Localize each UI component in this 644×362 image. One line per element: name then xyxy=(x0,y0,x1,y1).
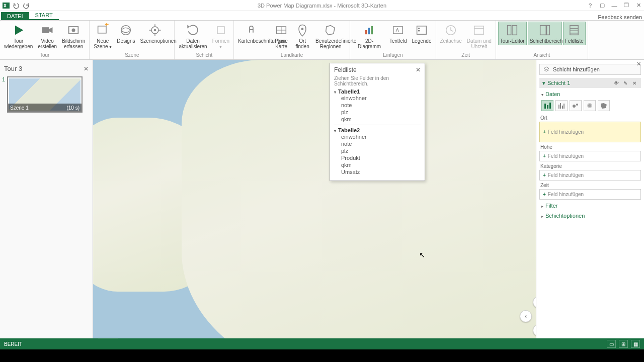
hoehe-label: Höhe xyxy=(540,144,641,150)
layer-delete-button[interactable]: ✕ xyxy=(631,79,638,86)
layer-name: Schicht 1 xyxy=(547,80,570,86)
find-location-button[interactable]: Ortfinden xyxy=(292,22,312,51)
svg-rect-32 xyxy=(564,104,565,109)
svg-rect-21 xyxy=(508,26,511,35)
field-item[interactable]: einwohner xyxy=(334,95,421,102)
svg-rect-8 xyxy=(217,27,224,34)
add-layer-button[interactable]: Schicht hinzufügen xyxy=(539,64,641,75)
layer-rename-button[interactable]: ✎ xyxy=(622,79,629,86)
flat-map-button[interactable]: PlaneKarte xyxy=(271,22,291,51)
layer-visibility-button[interactable]: 👁 xyxy=(613,79,620,86)
rotate-left-button[interactable]: ‹ xyxy=(520,310,532,322)
minimize-button[interactable]: — xyxy=(611,2,618,9)
field-item[interactable]: Umsatz xyxy=(334,168,421,175)
screenshot-button[interactable]: Bildschirmerfassen xyxy=(60,22,87,51)
status-view-3[interactable]: ▦ xyxy=(631,340,640,348)
filter-section-header[interactable]: Filter xyxy=(539,202,641,210)
table-header[interactable]: Tabelle2 xyxy=(334,127,421,133)
title-bar: 3D Power Map Diagramm.xlsx - Microsoft 3… xyxy=(0,0,644,11)
layer-options-section-header[interactable]: Schichtoptionen xyxy=(539,212,641,220)
feedback-link[interactable]: Feedback senden xyxy=(598,14,642,20)
field-list-title: Feldliste xyxy=(334,66,357,73)
scene-options-button[interactable]: Szenenoptionen xyxy=(138,22,172,45)
field-item[interactable]: qkm xyxy=(334,116,421,123)
svg-rect-18 xyxy=(418,30,420,31)
map-canvas[interactable]: ▶ bing © 2020 TomTom © 2020 HERE ↖ ⌃ ‹ ›… xyxy=(93,60,536,349)
field-item[interactable]: plz xyxy=(334,109,421,116)
scene-duration: (10 s) xyxy=(66,105,79,111)
viz-bubble[interactable] xyxy=(570,100,582,111)
svg-rect-28 xyxy=(549,103,551,109)
layers-icon xyxy=(543,66,550,72)
ort-dropzone[interactable]: +Feld hinzufügen xyxy=(539,122,641,142)
field-item[interactable]: einwohner xyxy=(334,133,421,140)
close-tour-panel[interactable]: ✕ xyxy=(84,65,89,72)
create-video-button[interactable]: Videoerstellen xyxy=(36,22,59,51)
redo-button[interactable] xyxy=(22,2,30,10)
close-button[interactable]: ✕ xyxy=(635,2,642,9)
field-item[interactable]: plz xyxy=(334,147,421,154)
designs-button[interactable]: Designs xyxy=(115,22,137,45)
layer-pane-button[interactable]: Schichtbereich xyxy=(528,22,562,45)
chevron-down-icon: ▾ xyxy=(542,80,545,86)
layer-panel: ✕ Schicht hinzufügen ▾ Schicht 1 👁 ✎ ✕ D… xyxy=(536,60,644,349)
tab-file[interactable]: DATEI xyxy=(1,12,29,20)
status-ready: BEREIT xyxy=(4,341,22,347)
group-label-map: Landkarte xyxy=(236,52,348,59)
close-layer-panel[interactable]: ✕ xyxy=(636,61,641,67)
data-section-header[interactable]: Daten xyxy=(539,90,641,98)
datetime-button: Datum undUhrzeit xyxy=(465,22,494,51)
group-label-scene: Szene xyxy=(92,52,172,59)
kategorie-dropzone[interactable]: +Feld hinzufügen xyxy=(539,170,641,180)
viz-clustered-column[interactable] xyxy=(555,100,568,111)
field-item[interactable]: note xyxy=(334,140,421,147)
field-item[interactable]: note xyxy=(334,102,421,109)
svg-rect-31 xyxy=(562,106,563,109)
zeit-label: Zeit xyxy=(540,183,641,188)
map-labels-button[interactable]: Kartenbeschriftungen xyxy=(236,22,270,45)
timeline-button: Zeitachse xyxy=(438,22,464,45)
field-item[interactable]: qkm xyxy=(334,161,421,168)
ribbon: Tourwiedergeben Videoerstellen Bildschir… xyxy=(0,21,644,60)
svg-rect-26 xyxy=(544,104,546,109)
field-list-popup: Feldliste ✕ Ziehen Sie Felder in den Sch… xyxy=(330,63,425,181)
collapse-ribbon-button[interactable]: ▢ xyxy=(599,2,606,9)
field-list-button[interactable]: Feldliste xyxy=(563,22,586,45)
zeit-dropzone[interactable]: +Feld hinzufügen xyxy=(539,189,641,200)
new-scene-button[interactable]: NeueSzene ▾ xyxy=(92,22,114,51)
legend-button[interactable]: Legende xyxy=(410,22,434,45)
svg-point-33 xyxy=(573,105,576,108)
hoehe-dropzone[interactable]: +Feld hinzufügen xyxy=(539,151,641,161)
group-label-insert: Einfügen xyxy=(352,52,433,59)
svg-rect-29 xyxy=(558,105,559,109)
maximize-button[interactable]: ❐ xyxy=(623,2,630,9)
excel-icon xyxy=(2,2,10,10)
undo-button[interactable] xyxy=(12,2,20,10)
tab-start[interactable]: START xyxy=(29,11,59,20)
viz-stacked-column[interactable] xyxy=(541,100,553,111)
table-header[interactable]: Tabelle1 xyxy=(334,88,421,95)
layer-header[interactable]: ▾ Schicht 1 👁 ✎ ✕ xyxy=(539,78,641,88)
status-view-2[interactable]: ⊞ xyxy=(619,340,628,348)
ort-label: Ort xyxy=(540,115,641,121)
svg-point-10 xyxy=(301,28,304,30)
svg-rect-30 xyxy=(560,103,561,109)
tour-editor-button[interactable]: Tour-Editor xyxy=(498,22,527,45)
svg-rect-0 xyxy=(3,3,10,9)
refresh-data-button[interactable]: Datenaktualisieren xyxy=(177,22,209,51)
status-view-1[interactable]: ▭ xyxy=(607,340,616,348)
textbox-button[interactable]: ATextfeld xyxy=(387,22,409,45)
custom-regions-button[interactable]: BenutzerdefinierteRegionen xyxy=(313,22,348,51)
2d-chart-button[interactable]: 2D-Diagramm xyxy=(352,22,386,51)
viz-heatmap[interactable] xyxy=(584,100,596,111)
tour-panel: Tour 3 ✕ 1 Szene 1 (10 s) xyxy=(0,60,93,349)
play-tour-button[interactable]: Tourwiedergeben xyxy=(2,22,35,51)
svg-rect-20 xyxy=(474,26,484,34)
field-list-subtitle: Ziehen Sie Felder in den Schichtbereich. xyxy=(334,75,421,86)
close-field-list[interactable]: ✕ xyxy=(416,66,421,73)
viz-region[interactable] xyxy=(598,100,610,111)
shapes-button: Formen▾ xyxy=(210,22,231,51)
help-button[interactable]: ? xyxy=(587,2,594,9)
field-item[interactable]: Produkt xyxy=(334,154,421,161)
scene-thumbnail[interactable]: 1 Szene 1 (10 s) xyxy=(7,76,83,113)
